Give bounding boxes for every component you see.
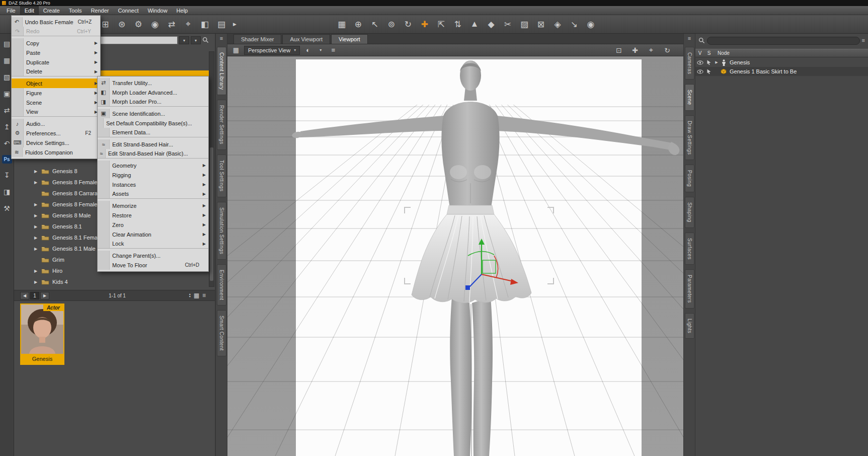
left-pane-tab[interactable]: Simulation Settings <box>217 202 226 260</box>
translate-tool-icon[interactable]: ⇱ <box>435 18 448 31</box>
edit-menu-item[interactable]: ↷ Redo Ctrl+Y <box>12 27 100 36</box>
prev-page-button[interactable]: ◀ <box>20 292 29 299</box>
photoshop-bridge-icon[interactable]: Ps <box>2 155 12 164</box>
object-submenu-item[interactable]: ≈ Edit Strand-Based Hair (Basic)... <box>98 149 208 159</box>
panes-icon[interactable]: ▤ <box>215 18 228 31</box>
object-submenu-item[interactable]: Zero ▶ <box>98 220 208 230</box>
aim-icon[interactable]: ⌖ <box>182 18 195 31</box>
edit-menu-item[interactable]: Figure ▶ <box>12 88 100 98</box>
pan-view-icon[interactable]: ✚ <box>630 45 640 55</box>
tree-scrollbar[interactable] <box>209 51 214 287</box>
content-folder-icon[interactable]: ▦ <box>2 55 12 65</box>
viewport-tab[interactable]: Aux Viewport <box>282 34 330 44</box>
edit-menu-item[interactable]: Scene ▶ <box>12 98 100 107</box>
viewport-layout-icon[interactable]: ▦ <box>231 46 241 54</box>
menubar-item[interactable]: Window <box>143 6 172 15</box>
transfer-icon[interactable]: ⇄ <box>165 18 178 31</box>
selectability-cursor-icon[interactable] <box>704 69 714 74</box>
render-settings-icon[interactable]: ⚙ <box>132 18 145 31</box>
object-submenu-item[interactable]: Clear Animation ▶ <box>98 230 208 239</box>
right-pane-tab[interactable]: Draw Settings <box>685 115 694 160</box>
search-icon[interactable] <box>202 37 209 44</box>
expand-arrow-icon[interactable]: ▶ <box>34 280 41 284</box>
undo-icon[interactable]: ↶ <box>2 138 12 148</box>
object-submenu-item[interactable]: Lock ▶ <box>98 239 208 249</box>
scale-tool-icon[interactable]: ⇅ <box>451 18 464 31</box>
object-submenu-item[interactable]: ≈ Edit Strand-Based Hair... <box>98 139 208 149</box>
selectability-cursor-icon[interactable] <box>704 60 714 65</box>
pane-menu-icon[interactable]: ≡ <box>688 35 691 42</box>
object-submenu-item[interactable]: Instances ▶ <box>98 180 208 189</box>
orbit-view-icon[interactable]: ↻ <box>662 45 672 55</box>
tools-icon[interactable]: ⚒ <box>2 203 12 213</box>
geometry-editor-icon[interactable]: ✂ <box>501 18 514 31</box>
edit-menu-item[interactable]: ♪ Audio... <box>12 119 100 128</box>
expand-arrow-icon[interactable]: ▶ <box>34 224 41 229</box>
menubar-item[interactable]: Connect <box>114 6 143 15</box>
object-submenu-item[interactable]: Set Default Compatibility Base(s)... <box>98 118 208 128</box>
edit-menu-item[interactable]: Paste ▶ <box>12 48 100 57</box>
expand-arrow-icon[interactable]: ▶ <box>34 202 41 207</box>
edit-menu-item[interactable]: Copy ▶ <box>12 38 100 48</box>
spot-tool-icon[interactable]: ↘ <box>568 18 581 31</box>
left-pane-tab[interactable]: Render Settings <box>217 100 226 150</box>
object-submenu-item[interactable]: Move To Floor Ctrl+D <box>98 260 208 270</box>
next-page-button[interactable]: ▶ <box>40 292 49 299</box>
layout-icon[interactable]: ◧ <box>198 18 211 31</box>
menubar-item[interactable]: File <box>2 6 20 15</box>
camera-view-icon[interactable]: ◉ <box>584 18 597 31</box>
surface-selection-icon[interactable]: ◆ <box>485 18 498 31</box>
edit-menu-item[interactable]: ⌨ Device Settings... <box>12 138 100 147</box>
left-pane-tab[interactable]: Smart Content <box>217 310 226 356</box>
right-pane-tab[interactable]: Scene <box>685 84 694 110</box>
camera-view-selector[interactable]: Perspective View ▾ <box>244 46 300 55</box>
right-pane-tab[interactable]: Cameras <box>685 47 694 80</box>
zoom-view-icon[interactable]: ⌖ <box>646 45 656 55</box>
measure-metrics-icon[interactable]: ◈ <box>551 18 564 31</box>
import-export-icon[interactable]: ⇄ <box>2 105 12 115</box>
edit-menu-item[interactable]: View ▶ <box>12 107 100 117</box>
polygon-group-icon[interactable]: ▨ <box>518 18 531 31</box>
render-icon[interactable]: ⊛ <box>115 18 128 31</box>
expand-arrow-icon[interactable]: ▶ <box>34 269 41 273</box>
expand-arrow-icon[interactable]: ▶ <box>34 180 41 185</box>
object-submenu-item[interactable]: ◧ Morph Loader Advanced... <box>98 88 208 97</box>
object-submenu-item[interactable]: Rigging ▶ <box>98 170 208 180</box>
tree-scrollbar-thumb[interactable] <box>210 147 213 281</box>
object-submenu-item[interactable]: Restore ▶ <box>98 210 208 220</box>
node-selection-icon[interactable]: ↖ <box>368 18 381 31</box>
world-space-icon[interactable]: ⊕ <box>352 18 365 31</box>
scene-file-icon[interactable]: ▤ <box>2 39 12 49</box>
menubar-item[interactable]: Tools <box>64 6 87 15</box>
viewport-tab[interactable]: Shader Mixer <box>233 34 281 44</box>
tree-folder-row[interactable]: ▶ Kids 4 <box>14 276 208 287</box>
object-submenu-item[interactable]: ⇄ Transfer Utility... <box>98 78 208 88</box>
object-submenu-item[interactable]: Memorize ▶ <box>98 201 208 210</box>
visibility-eye-icon[interactable] <box>695 69 704 74</box>
twist-tool-icon[interactable]: ↻ <box>402 18 415 31</box>
left-pane-tab[interactable]: Environment <box>217 264 226 306</box>
expand-arrow-icon[interactable]: ▶ <box>34 236 41 240</box>
edit-menu-item[interactable]: ↶ Undo Basic Female Ctrl+Z <box>12 17 100 27</box>
edit-menu-item[interactable]: Duplicate ▶ <box>12 57 100 67</box>
install-manager-icon[interactable]: ↧ <box>2 170 12 180</box>
right-pane-tab[interactable]: Lights <box>685 313 694 339</box>
spot-render-icon[interactable]: ◉ <box>148 18 162 31</box>
menubar-item[interactable]: Edit <box>20 6 39 15</box>
scene-search-input[interactable] <box>707 37 860 45</box>
asset-thumbnail-genesis[interactable]: Actor Genesis <box>20 303 64 365</box>
viewport-3d-area[interactable] <box>227 56 683 456</box>
edit-menu-item[interactable]: ≋ Fluidos Companion <box>12 147 100 157</box>
gizmo-z-handle[interactable] <box>465 285 470 290</box>
sort-dropdown[interactable]: ▾ <box>191 36 201 44</box>
drawstyle-dropdown-icon[interactable]: ▾ <box>316 48 325 52</box>
object-submenu-item[interactable]: ◨ Morph Loader Pro... <box>98 97 208 107</box>
pane-menu-icon[interactable]: ≡ <box>220 35 223 42</box>
scene-node-row-genesis[interactable]: ▶ Genesis <box>695 58 868 67</box>
save-icon[interactable]: ▣ <box>2 89 12 99</box>
drawstyle-sphere-icon[interactable]: ◐ <box>303 46 312 54</box>
object-submenu-item[interactable]: ▣ Scene Identification... <box>98 109 208 118</box>
menubar-item[interactable]: Create <box>39 6 64 15</box>
toolbar-overflow-icon[interactable]: ▶ <box>233 22 236 27</box>
object-submenu-item[interactable]: Assets ▶ <box>98 189 208 199</box>
